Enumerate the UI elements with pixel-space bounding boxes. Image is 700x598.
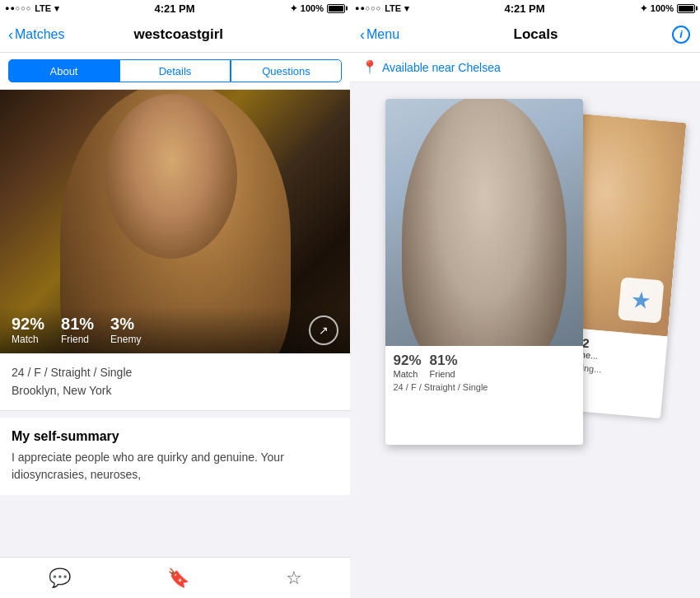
summary-heading: My self-summary <box>12 429 338 444</box>
info-button[interactable]: i <box>672 26 690 44</box>
right-back-chevron-icon: ‹ <box>360 27 365 42</box>
tab-about[interactable]: About <box>8 59 119 82</box>
tab-questions[interactable]: Questions <box>231 59 342 82</box>
wifi-icon: ▾ <box>54 3 59 14</box>
front-friend-stat: 81% Friend <box>430 353 458 379</box>
left-nav-bar: ‹ Matches westcoastgirl <box>0 16 350 53</box>
back-chevron-icon: ‹ <box>8 27 13 42</box>
right-phone: ●●○○○ LTE ▾ 4:21 PM ✦ 100% ‹ Menu Locals… <box>350 0 700 598</box>
enemy-label: Enemy <box>110 334 141 345</box>
front-match-label: Match <box>394 369 422 379</box>
tab-details[interactable]: Details <box>119 59 231 82</box>
chat-button[interactable]: 💬 <box>49 568 71 589</box>
card-front-info: 92% Match 81% Friend 24 / F / Straight /… <box>385 346 583 400</box>
front-match-stat: 92% Match <box>394 353 422 379</box>
card-stack: ★ 75% Match 63% Friend 12 <box>385 99 665 461</box>
right-battery-pct: 100% <box>651 3 674 13</box>
location-text: Available near Chelsea <box>382 61 501 74</box>
self-summary-section: My self-summary I appreciate people who … <box>0 418 350 495</box>
left-status-right: ✦ 100% <box>290 3 345 14</box>
front-match-value: 92% <box>394 353 422 369</box>
summary-body: I appreciate people who are quirky and g… <box>12 449 338 484</box>
signal-icon: ●●○○○ <box>5 4 31 12</box>
right-status-right: ✦ 100% <box>640 3 695 14</box>
right-back-label: Menu <box>366 27 399 42</box>
friend-value: 81% <box>61 315 94 334</box>
back-label: Matches <box>15 27 64 42</box>
right-bluetooth-icon: ✦ <box>640 3 647 14</box>
profile-demographics: 24 / F / Straight / Single Brooklyn, New… <box>12 363 338 400</box>
expand-button[interactable]: ↗ <box>309 315 338 345</box>
card-front-photo <box>385 99 583 346</box>
star-button[interactable]: ☆ <box>286 568 302 589</box>
star-badge: ★ <box>618 277 664 323</box>
right-battery-icon <box>677 4 695 13</box>
match-value: 92% <box>12 315 44 334</box>
right-time: 4:21 PM <box>504 2 544 15</box>
enemy-value: 3% <box>110 315 141 334</box>
left-status-left: ●●○○○ LTE ▾ <box>5 3 59 14</box>
profile-username: westcoastgirl <box>133 26 223 43</box>
location-banner: 📍 Available near Chelsea <box>350 53 700 82</box>
right-wifi-icon: ▾ <box>404 3 409 14</box>
right-carrier-label: LTE <box>385 3 401 13</box>
battery-icon <box>327 4 345 13</box>
card-front[interactable]: 92% Match 81% Friend 24 / F / Straight /… <box>385 99 583 445</box>
front-friend-value: 81% <box>430 353 458 369</box>
match-label: Match <box>12 334 44 345</box>
match-stats: 92% Match 81% Friend 3% Enemy <box>12 315 141 345</box>
right-signal-icon: ●●○○○ <box>355 4 381 12</box>
bottom-toolbar: 💬 🔖 ☆ <box>0 557 350 598</box>
bluetooth-icon: ✦ <box>290 3 297 14</box>
back-button[interactable]: ‹ Matches <box>8 27 64 42</box>
carrier-label: LTE <box>35 3 51 13</box>
locals-title: Locals <box>514 26 558 43</box>
battery-pct: 100% <box>301 3 324 13</box>
right-status-left: ●●○○○ LTE ▾ <box>355 3 409 14</box>
expand-icon: ↗ <box>319 324 329 337</box>
friend-stat: 81% Friend <box>61 315 94 345</box>
front-friend-label: Friend <box>430 369 458 379</box>
front-card-details: 24 / F / Straight / Single <box>394 382 575 392</box>
location-pin-icon: 📍 <box>362 59 378 75</box>
card-front-stats: 92% Match 81% Friend <box>394 353 575 379</box>
enemy-stat: 3% Enemy <box>110 315 141 345</box>
right-back-button[interactable]: ‹ Menu <box>360 27 399 42</box>
profile-info: 24 / F / Straight / Single Brooklyn, New… <box>0 353 350 411</box>
left-time: 4:21 PM <box>154 2 194 15</box>
profile-photo-container: 92% Match 81% Friend 3% Enemy ↗ <box>0 90 350 353</box>
match-stat: 92% Match <box>12 315 44 345</box>
age-gender-orientation-status: 24 / F / Straight / Single <box>12 366 132 379</box>
tab-bar: About Details Questions <box>0 53 350 90</box>
location-text: Brooklyn, New York <box>12 384 111 397</box>
star-icon: ★ <box>629 286 652 315</box>
info-icon: i <box>679 28 683 40</box>
photo-overlay: 92% Match 81% Friend 3% Enemy ↗ <box>0 306 350 353</box>
bookmark-button[interactable]: 🔖 <box>167 568 189 589</box>
friend-label: Friend <box>61 334 94 345</box>
left-phone: ●●○○○ LTE ▾ 4:21 PM ✦ 100% ‹ Matches wes… <box>0 0 350 598</box>
right-nav-bar: ‹ Menu Locals i <box>350 16 700 53</box>
cards-area: ★ 75% Match 63% Friend 12 <box>350 82 700 598</box>
right-status-bar: ●●○○○ LTE ▾ 4:21 PM ✦ 100% <box>350 0 700 16</box>
left-status-bar: ●●○○○ LTE ▾ 4:21 PM ✦ 100% <box>0 0 350 16</box>
